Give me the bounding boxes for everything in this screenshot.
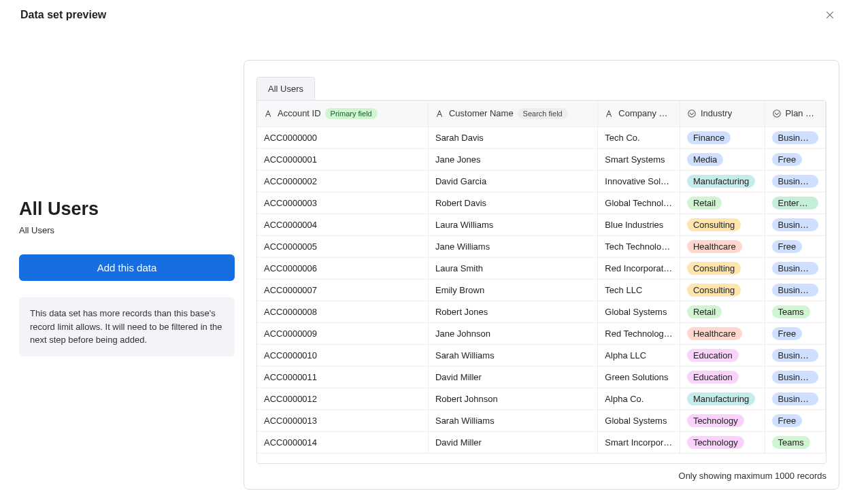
cell-account-id[interactable]: ACC0000013 [257,409,428,431]
table-row[interactable]: ACC0000010Sarah WilliamsAlpha LLCEducati… [257,344,826,366]
cell-customer-name[interactable]: Laura Williams [428,214,597,235]
cell-plan-tier[interactable]: Business [765,214,825,235]
cell-company-name[interactable]: Global Technol… [598,192,680,214]
cell-account-id[interactable]: ACC0000012 [257,388,428,409]
cell-plan-tier[interactable]: Business [765,170,825,192]
cell-customer-name[interactable]: David Miller [428,431,597,453]
cell-industry[interactable]: Technology [680,431,765,453]
cell-plan-tier[interactable]: Business [765,127,825,148]
cell-account-id[interactable]: ACC0000000 [257,127,428,148]
cell-customer-name[interactable]: Jane Jones [428,148,597,170]
cell-customer-name[interactable]: Sarah Davis [428,127,597,148]
col-header-plan-tier[interactable]: Plan Tier [765,101,825,127]
cell-industry[interactable]: Technology [680,409,765,431]
cell-plan-tier[interactable]: Free [765,235,825,257]
col-header-customer-name[interactable]: Customer Name Search field [428,101,597,127]
cell-customer-name[interactable]: Jane Johnson [428,322,597,344]
table-row[interactable]: ACC0000012Robert JohnsonAlpha Co.Manufac… [257,388,826,409]
cell-industry[interactable]: Education [680,366,765,388]
col-header-company-name[interactable]: Company Nam [598,101,680,127]
table-row[interactable]: ACC0000011David MillerGreen SolutionsEdu… [257,366,826,388]
cell-industry[interactable]: Media [680,148,765,170]
cell-account-id[interactable]: ACC0000009 [257,322,428,344]
col-header-industry[interactable]: Industry [680,101,765,127]
cell-industry[interactable]: Retail [680,192,765,214]
table-row[interactable]: ACC0000007Emily BrownTech LLCConsultingB… [257,279,826,301]
cell-customer-name[interactable]: Robert Davis [428,192,597,214]
cell-customer-name[interactable]: Sarah Williams [428,344,597,366]
cell-company-name[interactable]: Smart Systems [598,148,680,170]
tab-all-users[interactable]: All Users [256,77,315,100]
table-row[interactable]: ACC0000013Sarah WilliamsGlobal SystemsTe… [257,409,826,431]
cell-customer-name[interactable]: Laura Smith [428,257,597,279]
table-row[interactable]: ACC0000004Laura WilliamsBlue IndustriesC… [257,214,826,235]
cell-company-name[interactable]: Alpha LLC [598,344,680,366]
cell-plan-tier[interactable]: Free [765,409,825,431]
cell-plan-tier[interactable]: Teams [765,301,825,322]
cell-account-id[interactable]: ACC0000001 [257,148,428,170]
table-row[interactable]: ACC0000000Sarah DavisTech Co.FinanceBusi… [257,127,826,148]
add-this-data-button[interactable]: Add this data [19,254,235,281]
cell-customer-name[interactable]: Emily Brown [428,279,597,301]
cell-company-name[interactable]: Green Solutions [598,366,680,388]
cell-company-name[interactable]: Blue Industries [598,214,680,235]
cell-company-name[interactable]: Alpha Co. [598,388,680,409]
cell-account-id[interactable]: ACC0000010 [257,344,428,366]
cell-account-id[interactable]: ACC0000006 [257,257,428,279]
cell-company-name[interactable]: Tech Co. [598,127,680,148]
table-row[interactable]: ACC0000014David MillerSmart Incorpor…Tec… [257,431,826,453]
cell-industry[interactable]: Consulting [680,257,765,279]
cell-account-id[interactable]: ACC0000005 [257,235,428,257]
cell-account-id[interactable]: ACC0000002 [257,170,428,192]
table-row[interactable]: ACC0000009Jane JohnsonRed Technolog…Heal… [257,322,826,344]
cell-industry[interactable]: Consulting [680,214,765,235]
cell-industry[interactable]: Retail [680,301,765,322]
col-header-account-id[interactable]: Account ID Primary field [257,101,428,127]
cell-industry[interactable]: Education [680,344,765,366]
cell-plan-tier[interactable]: Free [765,322,825,344]
cell-account-id[interactable]: ACC0000003 [257,192,428,214]
cell-industry[interactable]: Consulting [680,279,765,301]
table-row[interactable]: ACC0000008Robert JonesGlobal SystemsReta… [257,301,826,322]
cell-plan-tier[interactable]: Free [765,148,825,170]
table-row[interactable]: ACC0000005Jane WilliamsTech Technolo…Hea… [257,235,826,257]
cell-company-name[interactable]: Global Systems [598,409,680,431]
cell-plan-tier[interactable]: Business [765,257,825,279]
cell-customer-name[interactable]: Robert Johnson [428,388,597,409]
close-icon[interactable] [823,8,837,22]
cell-plan-tier[interactable]: Business [765,344,825,366]
cell-company-name[interactable]: Tech LLC [598,279,680,301]
plan-pill: Business [772,262,818,275]
table-row[interactable]: ACC0000006Laura SmithRed Incorporat…Cons… [257,257,826,279]
cell-company-name[interactable]: Red Technolog… [598,322,680,344]
cell-account-id[interactable]: ACC0000007 [257,279,428,301]
cell-customer-name[interactable]: David Garcia [428,170,597,192]
cell-company-name[interactable]: Red Incorporat… [598,257,680,279]
cell-company-name[interactable]: Innovative Solu… [598,170,680,192]
cell-customer-name[interactable]: Robert Jones [428,301,597,322]
cell-account-id[interactable]: ACC0000011 [257,366,428,388]
cell-industry[interactable]: Healthcare [680,235,765,257]
cell-industry[interactable]: Manufacturing [680,388,765,409]
cell-account-id[interactable]: ACC0000008 [257,301,428,322]
cell-plan-tier[interactable]: Business [765,366,825,388]
cell-customer-name[interactable]: Jane Williams [428,235,597,257]
cell-industry[interactable]: Healthcare [680,322,765,344]
cell-plan-tier[interactable]: Teams [765,431,825,453]
cell-company-name[interactable]: Global Systems [598,301,680,322]
cell-industry[interactable]: Manufacturing [680,170,765,192]
cell-plan-tier[interactable]: Business [765,279,825,301]
cell-account-id[interactable]: ACC0000004 [257,214,428,235]
search-field-badge: Search field [518,108,568,119]
cell-plan-tier[interactable]: Enterprise [765,192,825,214]
cell-company-name[interactable]: Tech Technolo… [598,235,680,257]
cell-plan-tier[interactable]: Business [765,388,825,409]
cell-company-name[interactable]: Smart Incorpor… [598,431,680,453]
cell-customer-name[interactable]: Sarah Williams [428,409,597,431]
cell-customer-name[interactable]: David Miller [428,366,597,388]
table-row[interactable]: ACC0000001Jane JonesSmart SystemsMediaFr… [257,148,826,170]
cell-industry[interactable]: Finance [680,127,765,148]
table-row[interactable]: ACC0000002David GarciaInnovative Solu…Ma… [257,170,826,192]
table-row[interactable]: ACC0000003Robert DavisGlobal Technol…Ret… [257,192,826,214]
cell-account-id[interactable]: ACC0000014 [257,431,428,453]
